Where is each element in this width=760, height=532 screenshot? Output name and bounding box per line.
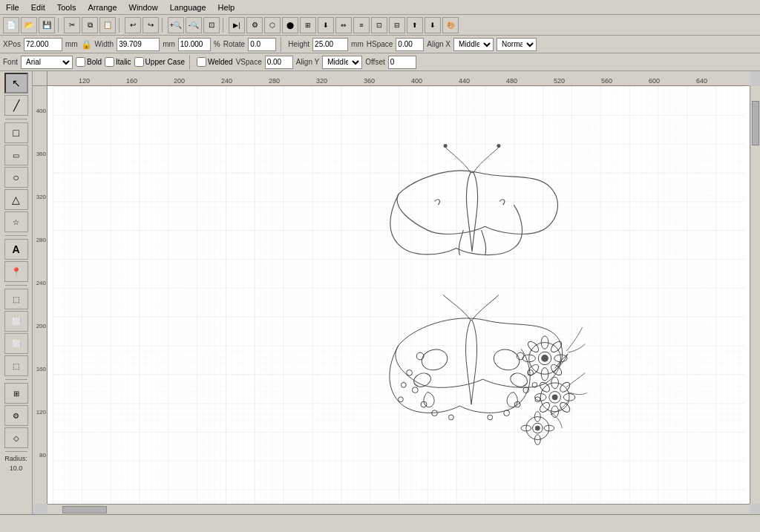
node-edit-tool[interactable]: ╱	[4, 95, 28, 116]
new-button[interactable]: 📄	[3, 17, 19, 33]
vspace-input[interactable]	[265, 56, 293, 69]
shape-tool[interactable]: ◇	[4, 427, 28, 448]
text-tool[interactable]: A	[4, 239, 28, 260]
menu-language[interactable]: Language	[167, 2, 209, 13]
ungroup-button[interactable]: ⊟	[389, 17, 405, 33]
weld-button[interactable]: ⊞	[300, 17, 316, 33]
subtract-tool[interactable]: ⬜	[4, 333, 28, 354]
align-x-select[interactable]: MiddleLeftRight	[453, 38, 494, 51]
weld-tool[interactable]: ⬜	[4, 311, 28, 332]
group-button[interactable]: ⊡	[371, 17, 387, 33]
normal-select[interactable]: Normal	[497, 38, 537, 51]
menu-window[interactable]: Window	[126, 2, 161, 13]
left-sep-5	[5, 451, 27, 452]
align-y-select[interactable]: MiddleTopBottom	[322, 56, 362, 69]
zoom-out-button[interactable]: -🔍	[186, 17, 202, 33]
ruler-h-mark: 440	[459, 77, 470, 85]
bold-label: Bold	[87, 58, 102, 66]
ruler-h-mark: 520	[554, 77, 565, 85]
redo-button[interactable]: ↪	[142, 17, 159, 33]
ruler-v-mark: 120	[36, 409, 46, 416]
canvas[interactable]	[48, 86, 750, 504]
star-tool[interactable]: ☆	[4, 211, 28, 232]
contour-tool[interactable]: ⬚	[4, 289, 28, 309]
undo-button[interactable]: ↩	[125, 17, 141, 33]
triangle-tool[interactable]: △	[4, 189, 28, 210]
textprop-sep-1	[189, 55, 192, 70]
pin-tool[interactable]: 📍	[4, 261, 28, 282]
rectangle-tool[interactable]: □	[4, 122, 28, 143]
radius-value: 10.0	[10, 464, 23, 473]
ruler-h-mark: 600	[649, 77, 660, 85]
uppercase-label: Upper Case	[145, 58, 185, 66]
height-input[interactable]	[312, 38, 348, 51]
bold-checkbox[interactable]	[76, 57, 85, 67]
color-bar	[0, 514, 760, 532]
properties-bar: XPos mm 🔒 Width mm % Rotate Height mm HS…	[0, 36, 760, 53]
italic-checkbox[interactable]	[105, 57, 114, 67]
xpos-unit: mm	[65, 40, 78, 48]
ruler-vertical: 40036032028024020016012080	[33, 86, 48, 504]
svg-point-52	[535, 426, 540, 431]
import-button[interactable]: ⬇	[318, 17, 334, 33]
paste-button[interactable]: 📋	[99, 17, 116, 33]
ruler-v-mark: 280	[36, 237, 46, 243]
back-button[interactable]: ⬇	[425, 17, 441, 33]
mirror-button[interactable]: ⇔	[335, 17, 352, 33]
settings-button[interactable]: ⚙	[246, 17, 263, 33]
trace-button[interactable]: ⬤	[282, 17, 298, 33]
save-button[interactable]: 💾	[39, 17, 55, 33]
xpos-label: XPos	[3, 40, 21, 48]
vertical-scrollbar-thumb[interactable]	[752, 101, 759, 145]
align-button[interactable]: ≡	[353, 17, 370, 33]
left-sep-1	[5, 119, 27, 119]
width-pct-input[interactable]	[178, 38, 211, 51]
xpos-input[interactable]	[24, 38, 62, 51]
open-button[interactable]: 📂	[21, 17, 37, 33]
width-label: Width	[95, 40, 114, 48]
width-input[interactable]	[117, 38, 160, 51]
align-x-label: Align X	[427, 40, 451, 48]
copy-button[interactable]: ⧉	[82, 17, 98, 33]
italic-check-label: Italic	[105, 57, 131, 67]
rotate-input[interactable]	[248, 38, 276, 51]
ruler-h-mark: 360	[364, 77, 375, 85]
hspace-input[interactable]	[396, 38, 424, 51]
ruler-v-mark: 160	[36, 366, 46, 372]
welded-checkbox[interactable]	[197, 57, 206, 67]
lock-icon[interactable]: 🔒	[81, 39, 92, 50]
rounded-rect-tool[interactable]: ▭	[4, 145, 28, 165]
offset-input[interactable]	[388, 56, 416, 69]
hspace-label: HSpace	[367, 40, 393, 48]
menu-arrange[interactable]: Arrange	[85, 2, 119, 13]
gear-tool-btn[interactable]: ⚙	[4, 405, 28, 426]
horizontal-scrollbar-thumb[interactable]	[62, 506, 107, 513]
menu-help[interactable]: Help	[215, 2, 238, 13]
menu-edit[interactable]: Edit	[28, 2, 48, 13]
intersect-tool[interactable]: ⬚	[4, 355, 28, 376]
color-button[interactable]: 🎨	[442, 17, 459, 33]
uppercase-checkbox[interactable]	[134, 57, 144, 67]
zoom-in-button[interactable]: +🔍	[168, 17, 184, 33]
ruler-v-mark: 400	[36, 108, 46, 114]
bold-check-label: Bold	[76, 57, 102, 67]
front-button[interactable]: ⬆	[407, 17, 423, 33]
ruler-v-mark: 80	[39, 452, 46, 459]
svg-point-3	[497, 145, 500, 148]
menu-file[interactable]: File	[3, 2, 22, 13]
font-select[interactable]: Arial	[21, 56, 73, 69]
text-properties-bar: Font Arial Bold Italic Upper Case Welded…	[0, 53, 760, 71]
node-edit-button[interactable]: ⬡	[264, 17, 281, 33]
cut-button[interactable]: ✂	[64, 17, 80, 33]
circle-tool[interactable]: ○	[4, 167, 28, 188]
send-to-cutter-button[interactable]: ▶|	[229, 17, 245, 33]
ruler-h-mark: 400	[411, 77, 422, 85]
horizontal-scrollbar[interactable]	[48, 504, 750, 514]
vertical-scrollbar[interactable]	[750, 86, 760, 504]
select-tool[interactable]: ↖	[4, 73, 28, 93]
menu-tools[interactable]: Tools	[54, 2, 79, 13]
grid-tool[interactable]: ⊞	[4, 383, 28, 404]
toolbar-separator-4	[223, 18, 226, 33]
ruler-v-mark: 240	[36, 280, 46, 286]
select-all-button[interactable]: ⊡	[203, 17, 220, 33]
